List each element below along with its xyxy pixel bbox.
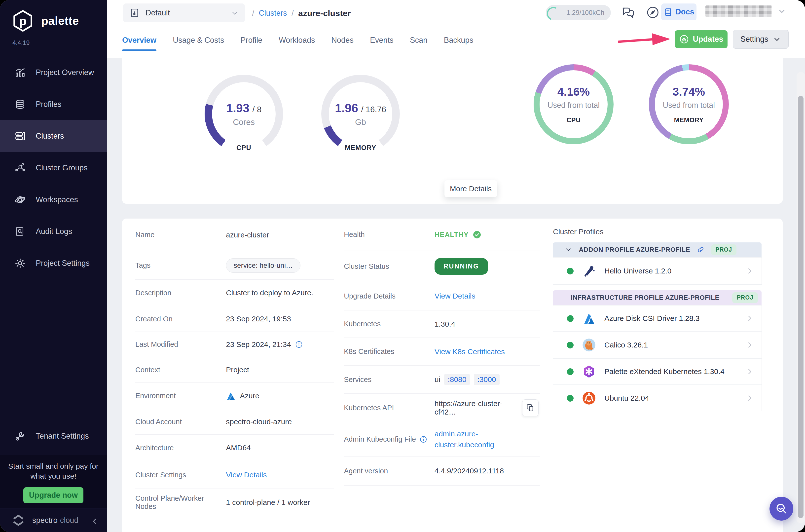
detail-row-cluster-settings: Cluster Settings View Details [135,461,334,489]
addon-profile-header[interactable]: ADDON PROFILE AZURE-PROFILE PROJ [553,242,762,257]
breadcrumb-clusters-link[interactable]: Clusters [259,9,287,18]
profile-item-calico[interactable]: Calico 3.26.1 [553,332,762,358]
search-fab-button[interactable] [769,497,793,520]
collapse-sidebar-icon[interactable]: ‹ [93,514,97,527]
sidebar-item-label: Profiles [36,100,61,109]
user-menu[interactable] [705,5,786,17]
sidebar-item-cluster-groups[interactable]: Cluster Groups [0,152,107,184]
updates-icon [679,34,689,44]
link-icon [697,246,705,253]
chat-icon[interactable] [621,5,635,19]
chevron-right-icon [745,314,754,323]
cpu-percent-value: 4.16% [557,85,590,98]
server-icon [14,130,26,142]
tab-workloads[interactable]: Workloads [279,29,315,51]
tab-profile[interactable]: Profile [241,29,263,51]
sidebar-item-label: Audit Logs [36,227,72,236]
brand-name: palette [41,14,79,27]
profile-item-azure-csi[interactable]: Azure Disk CSI Driver 1.28.3 [553,305,762,331]
detail-row-admin-kubeconfig: Admin Kubeconfig File admin.azure-cluste… [344,422,540,456]
scrollbar-thumb[interactable] [798,96,804,518]
settings-button[interactable]: Settings [733,30,789,49]
project-selector[interactable]: Default [123,3,245,22]
footer-brand-secondary: cloud [60,516,78,525]
memory-percent-donut: 3.74% Used from total MEMORY [649,64,729,144]
more-details-button[interactable]: More Details [444,180,497,197]
usage-quota-badge: 1.29/100kCh [546,5,611,20]
updates-label: Updates [693,35,723,44]
sidebar-item-tenant-settings[interactable]: Tenant Settings [0,420,107,452]
settings-label: Settings [741,35,768,44]
service-port-8080-link[interactable]: :8080 [444,374,470,385]
docs-label: Docs [675,7,694,16]
upgrade-now-button[interactable]: Upgrade now [23,487,83,503]
sidebar-item-project-settings[interactable]: Project Settings [0,247,107,279]
memory-total-value: / 16.76 [361,105,386,114]
details-middle-column: Health HEALTHY Cluster Status RUNNING Up… [344,218,540,486]
user-name-redacted [705,5,772,17]
service-port-3000-link[interactable]: :3000 [474,374,499,385]
sidebar-item-project-overview[interactable]: Project Overview [0,57,107,89]
orbit-icon [14,194,26,205]
info-icon[interactable] [295,341,303,348]
ubuntu-icon [582,391,596,405]
sidebar-item-label: Clusters [36,132,64,140]
detail-row-kubernetes-api: Kubernetes API https://azure-cluster-cf4… [344,394,540,422]
detail-row-name: Name azure-cluster [135,218,334,251]
tab-events[interactable]: Events [370,29,394,51]
tab-scan[interactable]: Scan [410,29,427,51]
sidebar-item-profiles[interactable]: Profiles [0,89,107,120]
tab-usage-costs[interactable]: Usage & Costs [173,29,224,51]
cluster-details-card: Name azure-cluster Tags service: hello-u… [122,218,783,532]
tag-pill[interactable]: service: hello-uni… [226,258,301,273]
calico-icon [582,338,596,352]
memory-donut-label: MEMORY [674,116,704,124]
sidebar-footer: spectro cloud ‹ [0,508,107,532]
detail-row-tags: Tags service: hello-uni… [135,251,334,280]
sidebar-item-workspaces[interactable]: Workspaces [0,184,107,215]
view-k8s-certificates-link[interactable]: View K8s Certificates [435,347,505,356]
cpu-gauge-label: CPU [205,144,283,152]
docs-button[interactable]: Docs [661,3,696,20]
profile-item-ubuntu[interactable]: Ubuntu 22.04 [553,385,762,411]
search-icon [775,502,788,515]
kubeconfig-download-link[interactable]: admin.azure-cluster.kubeconfig [435,429,519,450]
profile-item-palette-k8s[interactable]: Palette eXtended Kubernetes 1.30.4 [553,359,762,384]
project-icon [129,7,140,18]
tab-nodes[interactable]: Nodes [331,29,353,51]
palette-logo-icon: p [12,9,34,33]
breadcrumb: / Clusters / azure-cluster [252,4,351,22]
upgrade-view-details-link[interactable]: View Details [435,292,476,300]
main-area: Default / Clusters / azure-cluster 1.29/… [107,0,805,532]
svg-text:p: p [19,14,26,28]
info-icon[interactable] [419,435,427,443]
sidebar-item-clusters[interactable]: Clusters [0,120,107,152]
updates-button[interactable]: Updates [675,30,728,48]
cluster-settings-view-details-link[interactable]: View Details [226,471,267,479]
sidebar-item-label: Workspaces [36,195,78,204]
tab-overview[interactable]: Overview [122,29,156,51]
status-dot [567,368,574,375]
infrastructure-profile-group: INFRASTRUCTURE PROFILE AZURE-PROFILE PRO… [553,290,762,411]
network-icon [14,162,26,174]
layers-icon [14,99,26,110]
tab-backups[interactable]: Backups [444,29,473,51]
profile-item-hello-universe[interactable]: Hello Universe 1.2.0 [553,258,762,284]
compass-icon[interactable] [646,5,660,19]
audit-log-icon [14,226,26,237]
sidebar-tenant-section: Tenant Settings [0,420,107,452]
memory-unit: Gb [355,117,366,127]
infrastructure-profile-header[interactable]: INFRASTRUCTURE PROFILE AZURE-PROFILE PRO… [553,290,762,305]
top-header: Default / Clusters / azure-cluster 1.29/… [107,0,805,58]
memory-percent-value: 3.74% [673,85,705,98]
sidebar-item-audit-logs[interactable]: Audit Logs [0,215,107,247]
health-status: HEALTHY [435,230,481,239]
sidebar-nav: Project Overview Profiles Clusters Clust… [0,57,107,279]
scope-badge: PROJ [711,244,737,255]
scope-badge: PROJ [732,292,758,303]
status-dot [567,268,574,274]
cpu-usage-gauge: 1.93 / 8 Cores CPU [205,75,283,153]
copy-button[interactable] [522,399,539,416]
azure-icon [226,391,236,401]
footer-brand-primary: spectro [32,516,58,525]
